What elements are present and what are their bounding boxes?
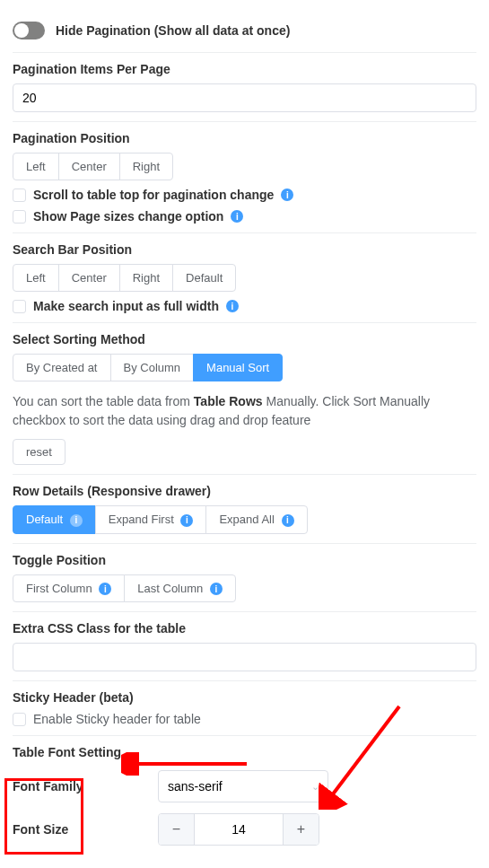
sticky-header-checkbox-label: Enable Sticky header for table <box>33 712 201 726</box>
row-details-expand-first[interactable]: Expand First i <box>95 505 207 534</box>
search-full-width-checkbox[interactable] <box>13 300 26 313</box>
row-details-expand-all[interactable]: Expand All i <box>205 505 307 534</box>
info-icon: i <box>180 514 193 527</box>
search-bar-left[interactable]: Left <box>13 264 59 292</box>
info-icon: i <box>70 514 83 527</box>
reset-button[interactable]: reset <box>13 439 65 465</box>
sorting-manual[interactable]: Manual Sort <box>193 354 283 381</box>
font-size-decrement[interactable]: − <box>159 814 195 845</box>
row-details-default[interactable]: Default i <box>13 505 96 534</box>
search-bar-default[interactable]: Default <box>172 264 236 292</box>
items-per-page-label: Pagination Items Per Page <box>13 62 476 76</box>
info-icon[interactable]: i <box>281 189 293 201</box>
font-family-select[interactable]: sans-serif <box>158 770 328 802</box>
sticky-header-label: Sticky Header (beta) <box>13 690 476 705</box>
hide-pagination-label: Hide Pagination (Show all data at once) <box>56 23 290 38</box>
pagination-position-right[interactable]: Right <box>119 153 173 180</box>
pagination-position-group: Left Center Right <box>13 153 476 180</box>
info-icon: i <box>99 583 111 595</box>
sticky-header-checkbox[interactable] <box>13 713 26 726</box>
info-icon[interactable]: i <box>226 300 239 312</box>
search-bar-group: Left Center Right Default <box>13 264 476 292</box>
sorting-label: Select Sorting Method <box>13 332 476 346</box>
pagination-position-left[interactable]: Left <box>13 153 59 180</box>
font-size-stepper: − + <box>158 813 319 846</box>
page-sizes-checkbox[interactable] <box>13 210 26 224</box>
sorting-help-text: You can sort the table data from Table R… <box>13 392 476 430</box>
search-full-width-label: Make search input as full width <box>33 299 219 313</box>
search-bar-center[interactable]: Center <box>58 264 120 292</box>
search-bar-label: Search Bar Position <box>13 242 476 257</box>
font-size-label: Font Size <box>13 822 147 837</box>
sorting-group: By Created at By Column Manual Sort <box>13 354 476 381</box>
font-size-input[interactable] <box>195 814 283 845</box>
info-icon: i <box>210 583 223 595</box>
font-size-increment[interactable]: + <box>283 814 319 845</box>
extra-css-label: Extra CSS Class for the table <box>13 621 476 636</box>
scroll-top-label: Scroll to table top for pagination chang… <box>33 188 274 202</box>
font-family-label: Font Family <box>13 779 147 793</box>
info-icon: i <box>282 514 294 527</box>
page-sizes-label: Show Page sizes change option <box>33 209 223 224</box>
scroll-top-checkbox[interactable] <box>13 189 26 202</box>
font-setting-label: Table Font Setting <box>13 745 476 759</box>
row-details-label: Row Details (Responsive drawer) <box>13 484 476 498</box>
items-per-page-input[interactable] <box>13 83 476 112</box>
sorting-by-column[interactable]: By Column <box>110 354 195 381</box>
toggle-position-group: First Column i Last Column i <box>13 574 476 603</box>
toggle-last-column[interactable]: Last Column i <box>124 574 236 603</box>
toggle-first-column[interactable]: First Column i <box>13 574 125 603</box>
pagination-position-center[interactable]: Center <box>58 153 120 180</box>
hide-pagination-toggle[interactable] <box>13 22 45 39</box>
row-details-group: Default i Expand First i Expand All i <box>13 505 476 534</box>
info-icon[interactable]: i <box>231 210 243 223</box>
toggle-position-label: Toggle Position <box>13 553 476 567</box>
pagination-position-label: Pagination Position <box>13 131 476 145</box>
search-bar-right[interactable]: Right <box>119 264 173 292</box>
extra-css-input[interactable] <box>13 643 476 671</box>
sorting-created-at[interactable]: By Created at <box>13 354 111 381</box>
